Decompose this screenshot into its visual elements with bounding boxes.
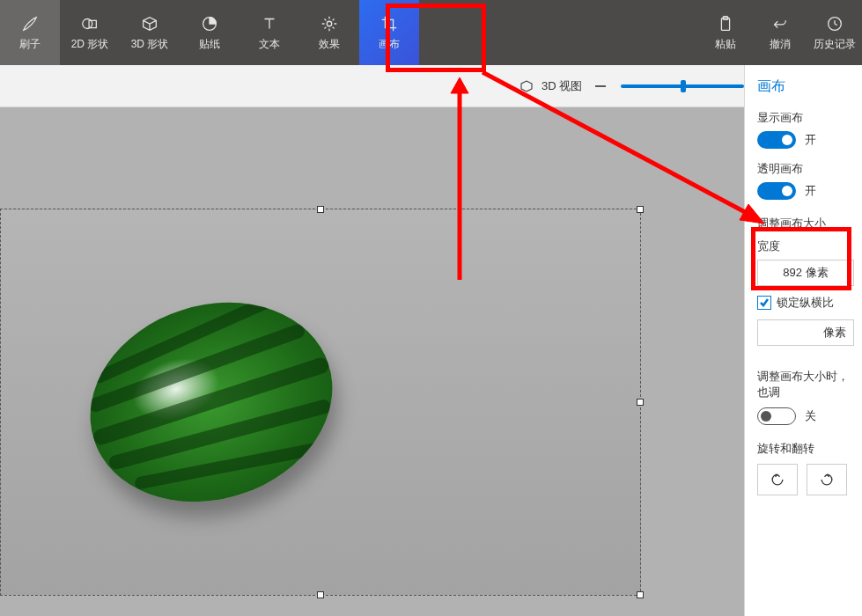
transparent-canvas-toggle[interactable] <box>757 182 796 200</box>
rotate-right-button[interactable] <box>807 464 847 495</box>
tool-2d-label: 2D 形状 <box>71 37 109 52</box>
resize-handle-top[interactable] <box>317 206 324 213</box>
tool-paste-label: 粘贴 <box>715 37 736 52</box>
tool-undo-label: 撤消 <box>770 37 791 52</box>
resize-content-toggle[interactable] <box>757 407 796 425</box>
canvas-viewport[interactable] <box>0 107 862 616</box>
tool-undo[interactable]: 撤消 <box>753 0 807 65</box>
show-canvas-toggle[interactable] <box>757 131 796 149</box>
zoom-slider[interactable] <box>621 84 744 88</box>
tool-text-label: 文本 <box>259 37 280 52</box>
lock-aspect-row[interactable]: 锁定纵横比 <box>757 295 855 311</box>
tool-sticker-label: 贴纸 <box>199 37 220 52</box>
svg-point-3 <box>327 21 332 26</box>
tool-canvas-label: 画布 <box>379 37 400 52</box>
tool-text[interactable]: 文本 <box>239 0 299 65</box>
canvas-content-watermelon <box>88 305 335 499</box>
resize-note-label: 调整画布大小时，也调 <box>757 369 855 400</box>
lock-aspect-label: 锁定纵横比 <box>777 295 834 311</box>
paste-icon <box>716 14 735 33</box>
resize-content-state: 关 <box>805 408 816 424</box>
main-area <box>0 107 862 616</box>
canvas-crop-icon <box>379 14 399 33</box>
tool-3d-shape[interactable]: 3D 形状 <box>120 0 180 65</box>
view-3d-label: 3D 视图 <box>542 78 582 94</box>
show-canvas-label: 显示画布 <box>757 110 855 126</box>
unit-dropdown[interactable]: 像素 <box>757 319 854 346</box>
tool-effect[interactable]: 效果 <box>299 0 359 65</box>
tool-3d-label: 3D 形状 <box>131 37 169 52</box>
panel-title: 画布 <box>757 77 855 96</box>
undo-icon <box>770 14 790 33</box>
rotate-flip-label: 旋转和翻转 <box>757 441 855 457</box>
tool-canvas[interactable]: 画布 <box>359 0 419 65</box>
tool-sticker[interactable]: 贴纸 <box>180 0 239 65</box>
zoom-out-button[interactable] <box>593 78 608 94</box>
resize-handle-right[interactable] <box>637 399 644 406</box>
show-canvas-state: 开 <box>805 132 816 148</box>
resize-handle-top-right[interactable] <box>637 206 644 213</box>
tool-effect-label: 效果 <box>319 37 340 52</box>
effect-icon <box>320 14 339 33</box>
resize-canvas-label: 调整画布大小 <box>757 216 855 231</box>
transparent-canvas-label: 透明画布 <box>757 161 855 177</box>
rotate-left-button[interactable] <box>757 464 798 495</box>
tool-history[interactable]: 历史记录 <box>807 0 862 65</box>
tool-paste[interactable]: 粘贴 <box>698 0 753 65</box>
text-icon <box>260 14 279 33</box>
brush-icon <box>20 14 40 33</box>
topbar-right-group: 粘贴 撤消 历史记录 <box>698 0 862 65</box>
tool-brush-label: 刷子 <box>19 37 41 52</box>
top-toolbar: 刷子 2D 形状 3D 形状 贴纸 文本 效果 画布 粘贴 撤消 历史记录 <box>0 0 862 65</box>
shape2d-icon <box>80 14 99 33</box>
resize-handle-bottom-right[interactable] <box>637 591 644 598</box>
cube-outline-icon <box>519 78 534 94</box>
resize-handle-bottom[interactable] <box>317 591 324 598</box>
canvas-width-input[interactable]: 892 像素 <box>757 260 854 286</box>
tool-brush[interactable]: 刷子 <box>0 0 60 65</box>
sub-toolbar: 3D 视图 100% <box>0 65 862 107</box>
transparent-canvas-state: 开 <box>805 183 816 199</box>
width-label: 宽度 <box>757 238 855 254</box>
zoom-slider-thumb[interactable] <box>681 80 686 92</box>
history-icon <box>825 14 844 33</box>
lock-aspect-checkbox[interactable] <box>757 296 771 310</box>
shape3d-icon <box>140 14 159 33</box>
tool-2d-shape[interactable]: 2D 形状 <box>60 0 120 65</box>
tool-history-label: 历史记录 <box>814 37 856 52</box>
sticker-icon <box>200 14 219 33</box>
canvas-properties-panel: 画布 显示画布 开 透明画布 开 调整画布大小 宽度 892 像素 锁定纵横比 … <box>744 65 862 616</box>
view-3d-button[interactable]: 3D 视图 <box>519 78 582 94</box>
